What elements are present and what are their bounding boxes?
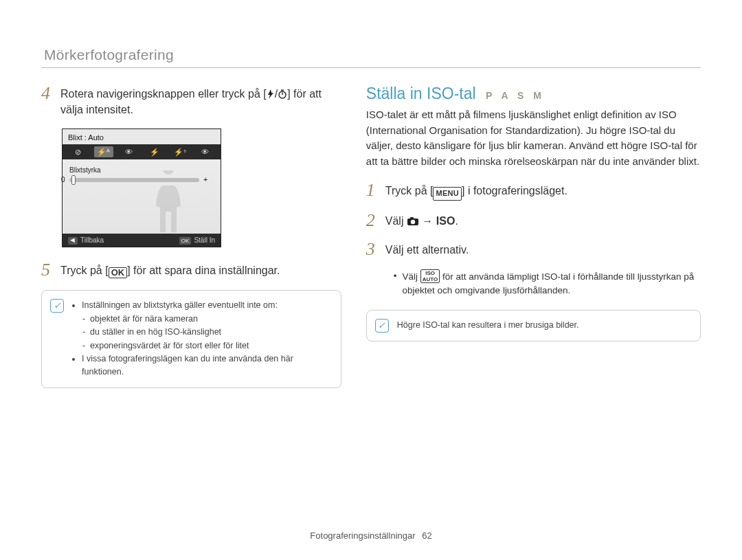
slider-knob xyxy=(71,175,76,185)
text: Välj ISOAUTO för att använda lämpligt IS… xyxy=(403,269,701,298)
text: ] för att spara dina inställningar. xyxy=(127,265,280,276)
step-text: Tryck på [OK] för att spara dina inställ… xyxy=(60,261,341,279)
flash-fill-icon: ⚡ xyxy=(145,146,164,157)
ok-icon: OK xyxy=(179,237,192,245)
text: Tryck på [ xyxy=(60,265,109,276)
page-number: 62 xyxy=(422,530,431,541)
left-column: 4 Rotera navigeringsknappen eller tryck … xyxy=(41,85,358,388)
timer-icon xyxy=(278,89,287,99)
step-text: Rotera navigeringsknappen eller tryck på… xyxy=(60,85,341,117)
step-number: 2 xyxy=(366,212,385,229)
text: Rotera navigeringsknappen eller tryck på… xyxy=(60,88,267,100)
step-text: Tryck på [MENU] i fotograferingsläget. xyxy=(385,181,701,201)
note-box-right: ✓ Högre ISO-tal kan resultera i mer brus… xyxy=(366,310,701,341)
info-icon: ✓ xyxy=(375,319,389,333)
text: . xyxy=(455,215,458,227)
intensity-slider xyxy=(69,178,199,182)
text: Välj xyxy=(385,215,407,227)
back-control: ⯇Tillbaka xyxy=(68,236,104,244)
step-2: 2 Välj → ISO. xyxy=(366,212,701,229)
ok-button-icon: OK xyxy=(109,267,128,278)
note-text: Högre ISO-tal kan resultera i mer brusig… xyxy=(397,320,579,330)
section-title: Ställa in ISO-tal xyxy=(366,85,476,102)
step-number: 3 xyxy=(366,240,385,258)
page-header: Mörkerfotografering xyxy=(44,47,701,63)
footer-section: Fotograferingsinställningar xyxy=(310,530,415,541)
step-text: Välj ett alternativ. xyxy=(385,240,701,258)
right-column: Ställa in ISO-tal P A S M ISO-talet är e… xyxy=(358,85,701,388)
flash-icon xyxy=(267,89,275,99)
step-1: 1 Tryck på [MENU] i fotograferingsläget. xyxy=(366,181,701,201)
arrow: → xyxy=(419,215,436,227)
text: för att använda lämpligt ISO-tal i förhå… xyxy=(403,271,695,295)
sub-bullet: • Välj ISOAUTO för att använda lämpligt … xyxy=(385,269,701,298)
menu-button-icon: MENU xyxy=(433,187,462,201)
text: Tryck på [ xyxy=(385,185,434,197)
page-footer: Fotograferingsinställningar 62 xyxy=(0,530,742,541)
iso-label: ISO xyxy=(436,215,456,227)
flash-off-icon: ⊘ xyxy=(69,146,88,157)
screen-bottom-bar: ⯇Tillbaka OKStäll In xyxy=(63,234,221,247)
flash-redeye-icon: 👁 xyxy=(120,146,139,157)
camera-screen-preview: Blixt : Auto ⊘ ⚡ᴬ 👁 ⚡ ⚡ˢ 👁 Blixtstyrka xyxy=(62,128,221,247)
back-icon: ⯇ xyxy=(68,237,78,245)
step-number: 4 xyxy=(41,85,60,117)
screen-body: Blixtstyrka xyxy=(63,159,221,234)
text: Välj xyxy=(403,271,420,282)
back-label: Tillbaka xyxy=(80,236,104,244)
header-divider xyxy=(41,67,701,68)
slider-label: Blixtstyrka xyxy=(69,166,214,174)
step-number: 1 xyxy=(366,181,385,201)
svg-point-5 xyxy=(411,220,415,224)
step-text: Välj → ISO. xyxy=(385,212,701,229)
flash-redeye2-icon: 👁 xyxy=(196,146,215,157)
set-control: OKStäll In xyxy=(179,236,215,244)
note-box-left: ✓ Inställningen av blixtstyrka gäller ev… xyxy=(41,290,341,388)
flash-auto-icon: ⚡ᴬ xyxy=(94,146,113,157)
note-bullet: I vissa fotograferingslägen kan du inte … xyxy=(82,352,331,379)
camera-icon xyxy=(407,216,419,226)
screen-title: Blixt : Auto xyxy=(63,129,221,144)
step-3: 3 Välj ett alternativ. xyxy=(366,240,701,258)
text: ] i fotograferingsläget. xyxy=(462,185,567,197)
step-5: 5 Tryck på [OK] för att spara dina instä… xyxy=(41,261,341,279)
note-subbullet: objektet är för nära kameran xyxy=(90,313,331,326)
intro-text: ISO-talet är ett mått på filmens ljuskän… xyxy=(366,107,701,169)
step-4: 4 Rotera navigeringsknappen eller tryck … xyxy=(41,85,341,117)
flash-mode-row: ⊘ ⚡ᴬ 👁 ⚡ ⚡ˢ 👁 xyxy=(63,144,221,159)
set-label: Ställ In xyxy=(194,236,215,244)
note-bullet: Inställningen av blixtstyrka gäller even… xyxy=(82,299,331,352)
section-heading: Ställa in ISO-tal P A S M xyxy=(366,85,701,103)
svg-rect-4 xyxy=(410,217,414,219)
bullet-dot: • xyxy=(394,269,397,298)
iso-auto-icon: ISOAUTO xyxy=(420,269,440,283)
mode-badges: P A S M xyxy=(486,90,545,101)
flash-slow-icon: ⚡ˢ xyxy=(170,146,190,157)
text: Inställningen av blixtstyrka gäller even… xyxy=(82,300,278,310)
note-subbullet: du ställer in en hög ISO-känslighet xyxy=(90,326,331,339)
step-number: 5 xyxy=(41,261,60,279)
info-icon: ✓ xyxy=(50,299,64,313)
note-subbullet: exponeringsvärdet är för stort eller för… xyxy=(90,339,331,352)
